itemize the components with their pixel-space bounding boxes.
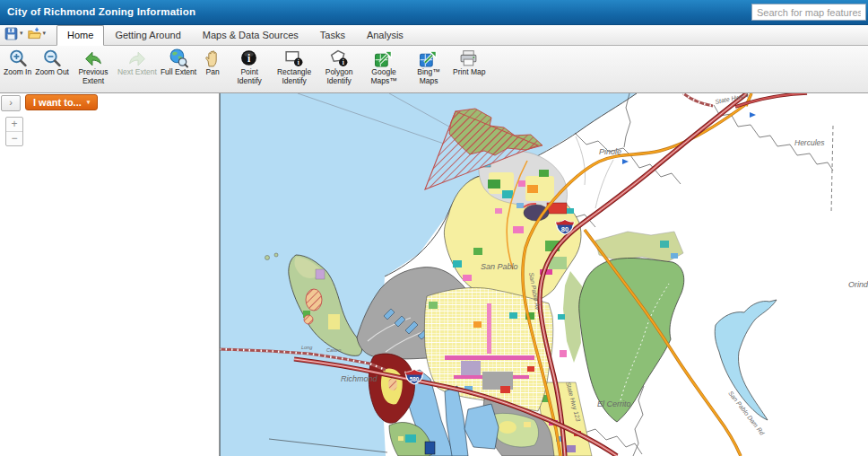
toolbar-button-label: Polygon Identify — [318, 68, 360, 86]
open-project-button[interactable]: ▾ — [26, 26, 48, 41]
open-project-icon — [27, 26, 42, 41]
tab-tasks[interactable]: Tasks — [309, 25, 356, 45]
next-extent-button: Next Extent — [116, 48, 159, 77]
zoom-out-button[interactable]: Zoom Out — [33, 48, 71, 77]
zoom-out-icon — [41, 48, 63, 68]
google-maps-icon — [373, 48, 395, 68]
open-caret-icon: ▾ — [43, 30, 47, 37]
i-want-to-label: I want to... — [33, 97, 82, 108]
save-caret-icon: ▾ — [20, 30, 23, 37]
map-label-el-cerrito: El Cerrito — [597, 399, 631, 408]
pan-icon — [202, 48, 223, 68]
map-zoom-out-button[interactable]: − — [6, 131, 22, 145]
map-label-orinda: Orinda — [848, 280, 868, 289]
map-label-castro: Castro — [326, 347, 341, 353]
save-icon — [4, 26, 19, 41]
svg-text:80: 80 — [561, 225, 569, 233]
zoning-map[interactable]: 80 580 San Pablo Richmond Pinole Hercule… — [0, 93, 868, 456]
map-label-pinole: Pinole — [599, 147, 621, 156]
svg-text:i: i — [343, 58, 344, 66]
toolbar-button-label: Pan — [206, 68, 220, 77]
map-label-long: Long — [301, 345, 313, 350]
toolbar-button-label: Full Extent — [161, 68, 196, 77]
previous-extent-button[interactable]: Previous Extent — [71, 48, 116, 86]
map-zoom-control: + − — [5, 117, 23, 146]
toolbar-button-label: Google Maps™ — [363, 68, 404, 86]
toolbar-button-label: Next Extent — [117, 68, 157, 77]
ribbon-toolbar: Zoom In Zoom Out Previous Extent Next Ex… — [0, 46, 868, 93]
title-bar: City of Richmond Zoning Information — [0, 0, 868, 25]
sidebar-expand-button[interactable]: › — [1, 95, 21, 111]
point-identify-button[interactable]: i Point Identify — [227, 48, 272, 86]
full-extent-button[interactable]: Full Extent — [159, 48, 198, 77]
tab-home[interactable]: Home — [56, 25, 104, 46]
toolbar-button-label: Zoom In — [4, 68, 31, 77]
zoom-in-icon — [7, 48, 29, 68]
map-label-hercules: Hercules — [794, 138, 825, 147]
svg-text:i: i — [298, 58, 299, 66]
bing-maps-button[interactable]: Bing™ Maps — [406, 48, 451, 86]
polygon-identify-button[interactable]: i Polygon Identify — [317, 48, 361, 86]
map-zoom-in-button[interactable]: + — [6, 118, 22, 131]
ribbon-tabs: Home Getting Around Maps & Data Sources … — [56, 25, 414, 45]
save-button[interactable]: ▾ — [3, 26, 24, 41]
toolbar-button-label: Zoom Out — [35, 68, 69, 77]
zoom-in-button[interactable]: Zoom In — [2, 48, 33, 77]
tab-maps-data-sources[interactable]: Maps & Data Sources — [192, 25, 309, 45]
rectangle-identify-button[interactable]: i Rectangle Identify — [272, 48, 317, 86]
toolbar-button-label: Rectangle Identify — [273, 68, 315, 86]
toolbar-button-label: Print Map — [453, 68, 485, 77]
page-title: City of Richmond Zoning Information — [7, 6, 195, 17]
tab-analysis[interactable]: Analysis — [356, 25, 414, 45]
ribbon-tab-row: ▾ ▾ Home Getting Around Maps & Data Sour… — [0, 25, 868, 46]
map-viewport: 80 580 San Pablo Richmond Pinole Hercule… — [0, 93, 868, 456]
map-label-san-pablo: San Pablo — [481, 262, 518, 271]
pan-button[interactable]: Pan — [198, 48, 227, 77]
next-extent-icon — [126, 48, 148, 68]
tab-getting-around[interactable]: Getting Around — [104, 25, 191, 45]
bing-maps-icon — [418, 48, 439, 68]
print-map-button[interactable]: Print Map — [451, 48, 487, 77]
previous-extent-icon — [82, 48, 104, 68]
polygon-identify-icon: i — [328, 48, 350, 68]
quick-access-toolbar: ▾ ▾ — [0, 23, 49, 45]
rectangle-identify-icon: i — [283, 48, 305, 68]
application-window: City of Richmond Zoning Information ▾ — [0, 0, 868, 456]
chevron-down-icon: ▾ — [87, 99, 91, 106]
i-want-to-button[interactable]: I want to... ▾ — [25, 94, 98, 110]
print-map-icon — [458, 48, 480, 68]
toolbar-button-label: Bing™ Maps — [408, 68, 449, 86]
map-label-richmond: Richmond — [341, 374, 378, 383]
google-maps-button[interactable]: Google Maps™ — [361, 48, 406, 86]
full-extent-icon — [168, 48, 189, 68]
svg-text:580: 580 — [410, 376, 420, 382]
toolbar-button-label: Point Identify — [229, 68, 270, 86]
toolbar-button-label: Previous Extent — [73, 68, 114, 86]
point-identify-icon: i — [239, 48, 260, 68]
search-input[interactable] — [751, 4, 866, 21]
